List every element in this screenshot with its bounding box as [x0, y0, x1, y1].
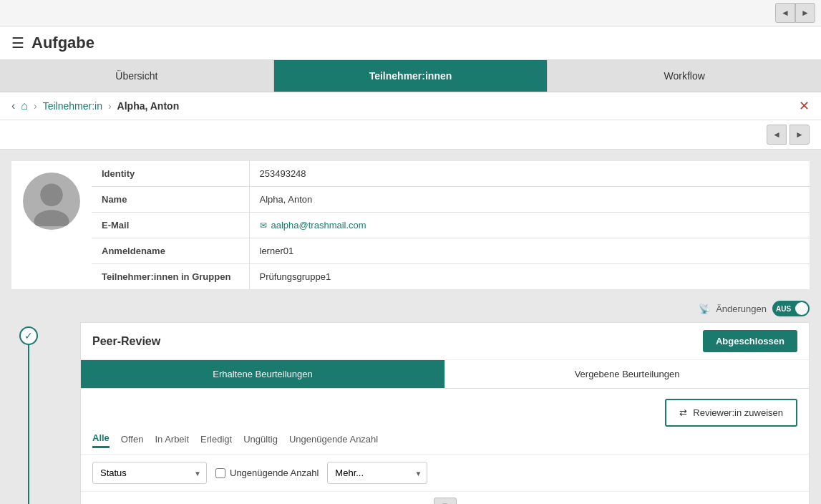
- mail-icon: ✉: [260, 220, 267, 231]
- reviewer-btn-label: Reviewer:in zuweisen: [693, 407, 783, 418]
- anmeldename-label: Anmeldename: [92, 238, 249, 264]
- ungenuegend-checkbox-area: Ungenügende Anzahl: [215, 467, 319, 478]
- sub-tab-erhalten[interactable]: Erhaltene Beurteilungen: [81, 360, 445, 388]
- home-icon[interactable]: ⌂: [21, 100, 28, 112]
- changes-toggle[interactable]: AUS: [772, 301, 810, 316]
- breadcrumb-separator: ›: [34, 100, 37, 112]
- user-card: Identity 253493248 Name Alpha, Anton E-M…: [11, 161, 810, 289]
- top-prev-btn[interactable]: ◄: [775, 3, 795, 23]
- main-tabs: Übersicht Teilnehmer:innen Workflow: [0, 60, 821, 92]
- ungenuegend-checkbox[interactable]: [215, 468, 225, 478]
- tab-workflow[interactable]: Workflow: [548, 60, 821, 92]
- app-header: ☰ Aufgabe: [0, 26, 821, 60]
- filter-tab-ungenuegend[interactable]: Ungenügende Anzahl: [289, 434, 378, 447]
- table-row: E-Mail ✉ aalpha@trashmail.com: [92, 213, 810, 238]
- close-btn[interactable]: ✕: [799, 98, 810, 114]
- user-avatar-area: [11, 161, 92, 289]
- content-with-timeline: ✓ Peer-Review Abgeschlossen Erhaltene Be…: [11, 322, 810, 504]
- reviewer-assign-button[interactable]: ⇄ Reviewer:in zuweisen: [665, 399, 797, 427]
- filter-row: Status Ungenügende Anzahl Mehr...: [81, 455, 809, 491]
- app-title: Aufgabe: [31, 34, 94, 52]
- table-row: Identity 253493248: [92, 161, 810, 187]
- toggle-knob: [795, 302, 808, 315]
- breadcrumb-separator2: ›: [108, 100, 112, 112]
- mehr-select-wrapper: Mehr...: [327, 462, 427, 484]
- changes-label: Änderungen: [716, 304, 767, 314]
- main-content: Identity 253493248 Name Alpha, Anton E-M…: [0, 150, 821, 504]
- changes-icon: 📡: [699, 304, 710, 314]
- timeline-col: ✓: [11, 322, 46, 504]
- nav-arrows-area: ◄ ►: [0, 120, 821, 150]
- sub-tab-vergeben[interactable]: Vergebene Beurteilungen: [445, 360, 809, 388]
- filter-tab-inarbeit[interactable]: In Arbeit: [155, 434, 189, 447]
- status-select-wrapper: Status: [92, 462, 207, 484]
- peer-review-header: Peer-Review Abgeschlossen: [81, 323, 809, 360]
- table-row: Name Alpha, Anton: [92, 187, 810, 213]
- table-row: Teilnehmer:innen in Gruppen Prüfungsgrup…: [92, 264, 810, 290]
- scroll-down-btn[interactable]: ▼: [434, 498, 457, 504]
- svg-point-1: [34, 210, 69, 226]
- avatar: [23, 173, 80, 230]
- task-icon: ☰: [11, 34, 24, 52]
- groups-value: Prüfungsgruppe1: [249, 264, 810, 290]
- reviewer-area: ⇄ Reviewer:in zuweisen: [81, 389, 809, 432]
- filter-tab-ungueltig[interactable]: Ungültig: [243, 434, 278, 447]
- top-next-btn[interactable]: ►: [795, 3, 815, 23]
- breadcrumb-parent[interactable]: Teilnehmer:in: [43, 100, 102, 112]
- sync-icon: ⇄: [679, 407, 687, 418]
- table-row: Anmeldename lerner01: [92, 238, 810, 264]
- status-select[interactable]: Status: [92, 462, 207, 484]
- breadcrumb-current: Alpha, Anton: [117, 100, 180, 112]
- groups-label: Teilnehmer:innen in Gruppen: [92, 264, 249, 290]
- identity-value: 253493248: [249, 161, 810, 187]
- peer-content: Peer-Review Abgeschlossen Erhaltene Beur…: [46, 322, 810, 504]
- scroll-hint: ▼: [81, 491, 809, 504]
- next-arrow-btn[interactable]: ►: [790, 125, 810, 145]
- toggle-label: AUS: [776, 305, 791, 313]
- abgeschlossen-button[interactable]: Abgeschlossen: [703, 330, 797, 352]
- anmeldename-value: lerner01: [249, 238, 810, 264]
- timeline-line: [28, 345, 29, 504]
- tab-teilnehmer[interactable]: Teilnehmer:innen: [274, 60, 548, 92]
- name-label: Name: [92, 187, 249, 213]
- prev-arrow-btn[interactable]: ◄: [767, 125, 787, 145]
- peer-review-title: Peer-Review: [92, 335, 160, 348]
- email-link[interactable]: ✉ aalpha@trashmail.com: [260, 220, 800, 231]
- user-info-table: Identity 253493248 Name Alpha, Anton E-M…: [92, 161, 810, 289]
- changes-area: 📡 Änderungen AUS: [11, 301, 810, 316]
- email-value: aalpha@trashmail.com: [271, 220, 366, 231]
- top-nav-area: ◄ ►: [0, 0, 821, 26]
- peer-review-section: Peer-Review Abgeschlossen Erhaltene Beur…: [80, 322, 810, 504]
- breadcrumb: ‹ ⌂ › Teilnehmer:in › Alpha, Anton ✕: [0, 92, 821, 120]
- svg-point-0: [40, 184, 63, 207]
- filter-tab-offen[interactable]: Offen: [121, 434, 144, 447]
- filter-tabs: Alle Offen In Arbeit Erledigt Ungültig U…: [81, 432, 809, 455]
- email-cell: ✉ aalpha@trashmail.com: [249, 213, 810, 238]
- filter-tab-alle[interactable]: Alle: [92, 432, 110, 448]
- tab-uebersicht[interactable]: Übersicht: [0, 60, 274, 92]
- filter-tab-erledigt[interactable]: Erledigt: [200, 434, 232, 447]
- identity-label: Identity: [92, 161, 249, 187]
- breadcrumb-back-btn[interactable]: ‹: [11, 100, 15, 112]
- name-value: Alpha, Anton: [249, 187, 810, 213]
- ungenuegend-checkbox-label: Ungenügende Anzahl: [230, 467, 319, 478]
- sub-tabs: Erhaltene Beurteilungen Vergebene Beurte…: [81, 360, 809, 389]
- email-label: E-Mail: [92, 213, 249, 238]
- timeline-circle: ✓: [19, 326, 38, 345]
- mehr-select[interactable]: Mehr...: [327, 462, 427, 484]
